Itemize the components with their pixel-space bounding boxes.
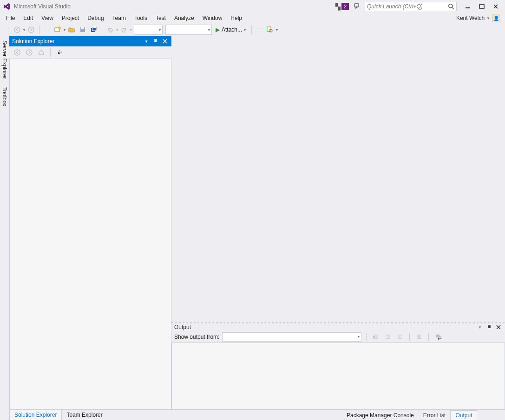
undo-button[interactable] — [105, 25, 115, 35]
close-panel-button[interactable] — [161, 38, 169, 45]
solution-explorer-header: Solution Explorer ▼ — [9, 36, 171, 46]
output-title: Output — [174, 324, 191, 330]
svg-point-21 — [26, 50, 32, 55]
close-button[interactable] — [492, 3, 499, 10]
svg-point-1 — [449, 4, 453, 8]
menu-team[interactable]: Team — [108, 14, 130, 22]
chevron-down-icon: ▾ — [358, 335, 360, 339]
editor-area — [171, 36, 505, 322]
indent-left3-icon[interactable] — [395, 332, 405, 342]
quick-launch-search[interactable] — [365, 2, 457, 11]
solution-config-dropdown[interactable]: ▾ — [134, 25, 163, 35]
user-name: Kent Welch — [456, 15, 485, 21]
svg-point-7 — [14, 27, 20, 32]
menu-test[interactable]: Test — [151, 14, 170, 22]
svg-point-10 — [58, 26, 61, 29]
vtab-server-explorer[interactable]: Server Explorer — [0, 37, 9, 82]
minimize-button[interactable] — [464, 3, 472, 10]
save-all-button[interactable] — [89, 25, 99, 35]
home-button[interactable] — [36, 47, 46, 58]
notification-badge[interactable]: 2 — [341, 3, 349, 10]
close-panel-button[interactable] — [495, 323, 502, 331]
pin-button[interactable] — [485, 323, 493, 331]
app-title: Microsoft Visual Studio — [14, 3, 71, 10]
play-icon: ▶ — [216, 26, 220, 33]
menu-analyze[interactable]: Analyze — [170, 14, 198, 22]
grip-icon: ⋮⋮ — [255, 27, 264, 32]
find-in-files-button[interactable] — [265, 25, 275, 35]
bottom-tab-strip: Solution Explorer Team Explorer Package … — [0, 410, 505, 420]
back-button[interactable] — [12, 47, 22, 58]
menu-project[interactable]: Project — [58, 14, 83, 22]
notification-flag-icon[interactable]: ▚ — [335, 3, 341, 10]
menu-view[interactable]: View — [37, 14, 58, 22]
vs-logo-icon — [3, 2, 11, 11]
window-options-button[interactable]: ▼ — [143, 38, 150, 45]
chevron-down-icon[interactable]: ▾ — [64, 28, 66, 32]
chevron-down-icon[interactable]: ▾ — [116, 28, 118, 32]
chevron-down-icon[interactable]: ▾ — [23, 28, 25, 32]
output-toolbar: Show output from: ▾ — [171, 331, 505, 343]
tab-package-manager-console[interactable]: Package Manager Console — [342, 410, 419, 420]
tab-output[interactable]: Output — [450, 410, 477, 420]
new-project-button[interactable] — [52, 25, 63, 35]
tab-solution-explorer[interactable]: Solution Explorer — [9, 410, 62, 420]
nav-forward-button[interactable] — [26, 25, 36, 35]
indent-left-icon[interactable] — [371, 332, 380, 342]
forward-button[interactable] — [24, 47, 34, 58]
output-panel: Output ▼ Show output from: ▾ — [171, 322, 505, 410]
solution-explorer-panel: Solution Explorer ▼ — [9, 36, 171, 410]
feedback-icon[interactable] — [354, 3, 361, 10]
tab-error-list[interactable]: Error List — [419, 410, 451, 420]
attach-debugger-button[interactable]: ▶ Attach... ▾ — [214, 25, 249, 35]
svg-rect-0 — [354, 4, 359, 7]
menu-file[interactable]: File — [2, 14, 19, 22]
solution-explorer-toolbar — [9, 46, 171, 58]
menu-bar: File Edit View Project Debug Team Tools … — [0, 13, 505, 23]
user-avatar-icon: 👤 — [492, 14, 500, 22]
svg-line-2 — [452, 7, 454, 9]
menu-help[interactable]: Help — [226, 14, 246, 22]
clear-all-icon[interactable] — [414, 332, 424, 342]
title-bar: Microsoft Visual Studio ▚ 2 — [0, 0, 505, 13]
output-source-dropdown[interactable]: ▾ — [222, 332, 361, 342]
chevron-down-icon: ▾ — [159, 28, 161, 32]
properties-button[interactable] — [54, 47, 65, 58]
indent-left2-icon[interactable] — [383, 332, 393, 342]
chevron-down-icon[interactable]: ▾ — [130, 28, 132, 32]
attach-label: Attach... — [222, 26, 242, 33]
redo-button[interactable] — [119, 25, 129, 35]
chevron-down-icon[interactable]: ▾ — [276, 28, 278, 32]
svg-rect-15 — [93, 26, 96, 28]
menu-window[interactable]: Window — [198, 14, 227, 22]
nav-back-button[interactable] — [12, 25, 22, 35]
output-text-area[interactable] — [171, 343, 505, 410]
solution-explorer-tree[interactable] — [9, 58, 171, 410]
open-file-button[interactable] — [66, 25, 77, 35]
menu-edit[interactable]: Edit — [19, 14, 37, 22]
main-toolbar: ⋮⋮ ▾ ⋮⋮ ▾ ▾ ▾ ▾ ▾ ▶ Attach... ▾ ⋮⋮ ▾ — [0, 23, 505, 36]
grip-icon: ⋮⋮ — [2, 27, 11, 32]
save-button[interactable] — [78, 25, 88, 35]
menu-debug[interactable]: Debug — [83, 14, 108, 22]
output-header: Output ▼ — [171, 322, 505, 331]
svg-point-20 — [14, 50, 20, 55]
toggle-word-wrap-icon[interactable] — [433, 332, 443, 342]
svg-rect-12 — [81, 27, 84, 29]
window-options-button[interactable]: ▼ — [476, 323, 484, 331]
search-icon — [448, 3, 454, 10]
svg-rect-4 — [479, 5, 484, 8]
svg-point-8 — [28, 27, 34, 32]
quick-launch-input[interactable] — [367, 3, 448, 10]
vtab-toolbox[interactable]: Toolbox — [0, 84, 9, 110]
tab-team-explorer[interactable]: Team Explorer — [62, 410, 107, 420]
solution-platform-dropdown[interactable]: ▾ — [165, 25, 212, 35]
solution-explorer-title: Solution Explorer — [12, 38, 54, 45]
user-menu[interactable]: Kent Welch ▼ 👤 — [456, 14, 503, 22]
maximize-button[interactable] — [478, 3, 485, 10]
left-tool-tabs: Server Explorer Toolbox — [0, 36, 9, 410]
chevron-down-icon: ▼ — [486, 16, 490, 20]
pin-button[interactable] — [152, 38, 159, 45]
menu-tools[interactable]: Tools — [130, 14, 151, 22]
show-output-from-label: Show output from: — [174, 334, 219, 340]
